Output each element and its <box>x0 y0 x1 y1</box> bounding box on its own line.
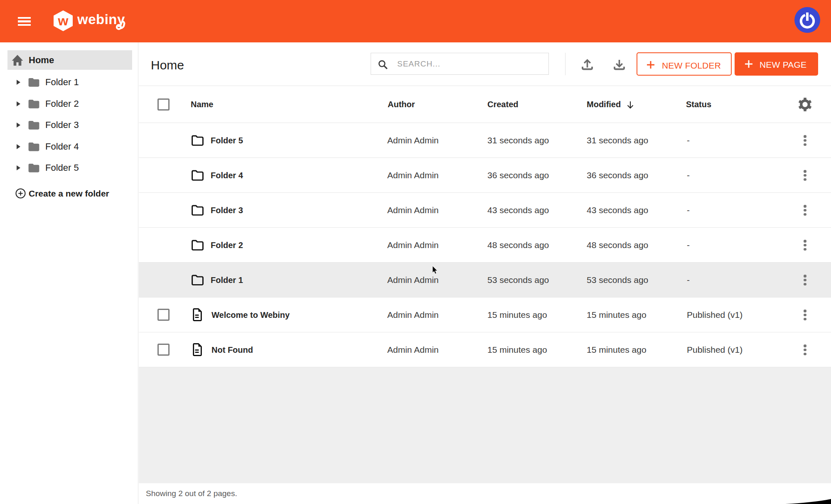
svg-text:w: w <box>58 13 69 28</box>
